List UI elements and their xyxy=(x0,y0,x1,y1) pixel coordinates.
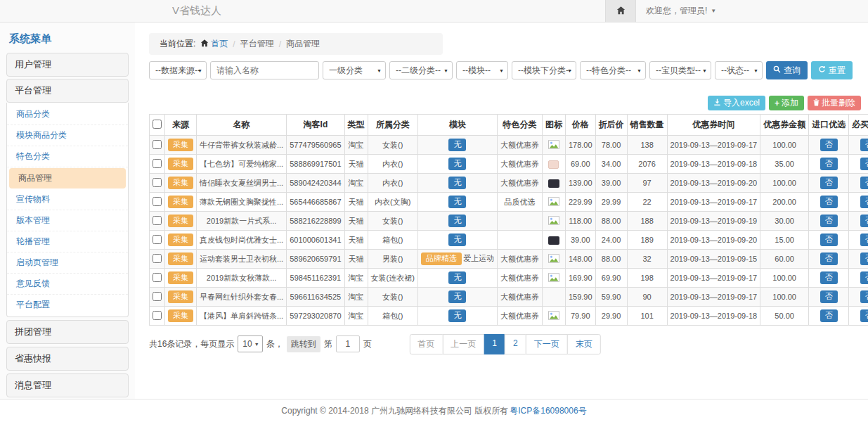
import-optional-badge[interactable]: 否 xyxy=(820,139,838,151)
import-optional-badge[interactable]: 否 xyxy=(820,215,838,226)
jump-button[interactable]: 跳转到 xyxy=(287,336,320,352)
must-buy-badge[interactable]: 否 xyxy=(860,139,868,151)
row-checkbox[interactable] xyxy=(153,311,162,320)
sidebar-item-user-mgmt[interactable]: 用户管理 xyxy=(6,53,129,77)
must-buy-badge[interactable]: 否 xyxy=(860,271,868,283)
import-optional-badge[interactable]: 否 xyxy=(820,158,838,170)
select-all-checkbox[interactable] xyxy=(153,120,162,129)
taoke-id: 598451162391 xyxy=(287,269,344,288)
source-badge: 采集 xyxy=(168,271,193,283)
sidebar-item-promo-materials[interactable]: 宣传物料 xyxy=(7,189,128,210)
row-checkbox[interactable] xyxy=(153,235,162,244)
records-summary-suffix: 条， xyxy=(266,338,283,350)
import-optional-badge[interactable]: 否 xyxy=(820,196,838,207)
must-buy-badge[interactable]: 否 xyxy=(860,252,868,264)
row-checkbox[interactable] xyxy=(153,197,162,206)
filter-item-type[interactable]: --宝贝类型--▼ xyxy=(649,61,711,79)
search-button-label: 查询 xyxy=(784,65,801,77)
col-header-import-optional: 进口优选 xyxy=(809,115,849,136)
filter-feature-category[interactable]: --特色分类--▼ xyxy=(580,61,646,79)
table-row: 采集真皮钱包时尚优雅女士...601000601341天猫箱包()无39.002… xyxy=(150,231,868,250)
name-search-input[interactable] xyxy=(210,61,319,79)
breadcrumb-home-link[interactable]: 首页 xyxy=(200,38,228,50)
must-buy-badge[interactable]: 否 xyxy=(860,196,868,207)
must-buy-badge[interactable]: 否 xyxy=(860,177,868,188)
filter-status[interactable]: --状态--▼ xyxy=(715,61,763,79)
sidebar-item-product-mgmt[interactable]: 商品管理 xyxy=(9,168,126,188)
import-optional-badge[interactable]: 否 xyxy=(820,234,838,245)
page-first-button[interactable]: 首页 xyxy=(409,334,443,354)
row-checkbox[interactable] xyxy=(153,292,162,301)
page-number-input[interactable] xyxy=(336,335,360,352)
main-content: 当前位置: 首页 / 平台管理 / 商品管理 --数据来源--▼ 一级分类▼ -… xyxy=(135,23,868,399)
sidebar-item-savings-express[interactable]: 省惠快报 xyxy=(6,347,129,371)
filter-data-source[interactable]: --数据来源--▼ xyxy=(149,61,207,79)
must-buy-badge[interactable]: 否 xyxy=(860,309,868,321)
home-button[interactable] xyxy=(605,0,636,22)
sales-count: 189 xyxy=(627,231,667,250)
page-1-button[interactable]: 1 xyxy=(484,334,505,354)
select-value: --数据来源-- xyxy=(155,65,200,75)
sidebar-item-feature-category[interactable]: 特色分类 xyxy=(7,146,128,167)
coupon-time: 2019-09-13—2019-09-17 xyxy=(667,288,760,307)
must-buy-badge[interactable]: 否 xyxy=(860,234,868,245)
import-optional-badge[interactable]: 否 xyxy=(820,271,838,283)
product-category: 内衣() xyxy=(368,155,417,174)
filter-level2-category[interactable]: --二级分类--▼ xyxy=(389,61,453,79)
filter-module-subcategory[interactable]: --模块下分类--▼ xyxy=(512,61,576,79)
broken-image-icon xyxy=(548,313,559,321)
row-checkbox[interactable] xyxy=(153,159,162,168)
import-optional-badge[interactable]: 否 xyxy=(820,177,838,188)
row-checkbox[interactable] xyxy=(153,216,162,225)
import-optional-badge[interactable]: 否 xyxy=(820,309,838,321)
icon-cell xyxy=(542,231,565,250)
broken-image-icon xyxy=(548,142,559,151)
page-prev-button[interactable]: 上一页 xyxy=(442,334,484,354)
page-last-button[interactable]: 末页 xyxy=(567,334,601,354)
must-buy-badge[interactable]: 否 xyxy=(860,158,868,170)
sidebar-item-feedback[interactable]: 意见反馈 xyxy=(7,274,128,295)
sidebar-item-platform-mgmt[interactable]: 平台管理 xyxy=(6,79,129,103)
sidebar-item-module-product-category[interactable]: 模块商品分类 xyxy=(7,125,128,146)
sidebar-item-product-category[interactable]: 商品分类 xyxy=(7,104,128,125)
source-badge: 采集 xyxy=(168,196,193,207)
coupon-time: 2019-09-13—2019-09-18 xyxy=(667,155,760,174)
row-checkbox[interactable] xyxy=(153,273,162,282)
add-button[interactable]: + 添加 xyxy=(769,96,804,110)
taoke-id: 596611634525 xyxy=(287,288,344,307)
sidebar-item-platform-config[interactable]: 平台配置 xyxy=(7,295,128,315)
must-buy-badge[interactable]: 否 xyxy=(860,290,868,302)
product-type: 天猫 xyxy=(344,250,368,269)
row-checkbox[interactable] xyxy=(153,178,162,187)
filter-module[interactable]: --模块--▼ xyxy=(456,61,508,79)
row-checkbox[interactable] xyxy=(153,254,162,263)
batch-delete-button[interactable]: 批量删除 xyxy=(808,96,861,110)
sidebar-item-version-mgmt[interactable]: 版本管理 xyxy=(7,210,128,231)
sidebar-item-groupbuy-mgmt[interactable]: 拼团管理 xyxy=(6,320,129,344)
breadcrumb-separator: / xyxy=(233,39,235,49)
filter-level1-category[interactable]: 一级分类▼ xyxy=(323,61,386,79)
reset-button[interactable]: 重置 xyxy=(811,61,853,79)
import-optional-badge[interactable]: 否 xyxy=(820,252,838,264)
source-badge: 采集 xyxy=(168,139,193,151)
footer: Copyright © 2014-2018 广州九驰网络科技有限公司 版权所有 … xyxy=(0,399,868,422)
broken-image-icon xyxy=(548,275,559,283)
must-buy-badge[interactable]: 否 xyxy=(860,215,868,226)
table-row: 采集2019新款一片式系...588216228899天猫女装()无118.00… xyxy=(150,212,868,231)
select-value: --状态-- xyxy=(721,65,749,75)
row-checkbox[interactable] xyxy=(153,140,162,149)
sidebar-item-splash-mgmt[interactable]: 启动页管理 xyxy=(7,252,128,274)
sidebar-item-message-mgmt[interactable]: 消息管理 xyxy=(6,373,129,397)
sidebar-item-carousel-mgmt[interactable]: 轮播管理 xyxy=(7,231,128,252)
product-category: 女装() xyxy=(368,212,417,231)
search-button[interactable]: 查询 xyxy=(766,61,808,79)
import-excel-button[interactable]: 导入excel xyxy=(708,96,765,110)
icp-link[interactable]: 粤ICP备16098006号 xyxy=(510,405,586,417)
page-next-button[interactable]: 下一页 xyxy=(526,334,568,354)
import-optional-badge[interactable]: 否 xyxy=(820,290,838,302)
page-2-button[interactable]: 2 xyxy=(505,334,526,354)
per-page-select[interactable]: 10▼ xyxy=(238,335,262,352)
product-type: 淘宝 xyxy=(344,174,368,193)
user-menu[interactable]: 欢迎您，管理员! ▼ xyxy=(636,5,868,17)
refresh-icon xyxy=(818,65,826,75)
